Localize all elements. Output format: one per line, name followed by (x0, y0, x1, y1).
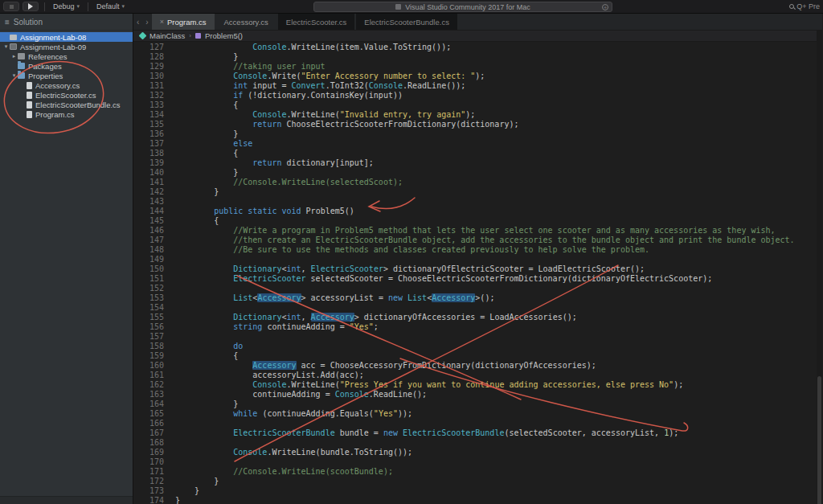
expander-icon[interactable]: ▾ (2, 43, 10, 50)
code-line[interactable]: 138 { (133, 149, 822, 158)
code-line[interactable]: 149 (133, 255, 822, 264)
code-line[interactable]: 144 public static void Problem5() (133, 207, 822, 216)
code-line[interactable]: 167 ElectricScooterBundle bundle = new E… (133, 428, 822, 438)
notification-icon[interactable]: + (602, 4, 608, 10)
line-number: 138 (133, 149, 169, 158)
code-line[interactable]: 136 } (133, 129, 822, 139)
tab-electricscooterbundle-cs[interactable]: ElectricScooterBundle.cs (356, 14, 457, 30)
code-line[interactable]: 163 continueAdding = Console.ReadLine(); (133, 390, 822, 400)
code-line[interactable]: 146 //Write a program in Problem5 method… (133, 226, 822, 236)
device-dropdown[interactable]: Default ▾ (94, 2, 127, 10)
tab-accessory-cs[interactable]: Accessory.cs (216, 14, 276, 30)
code-line[interactable]: 155 Dictionary<int, Accessory> dictionar… (133, 313, 822, 322)
tab-bar: ‹ › ×Program.csAccessory.csElectricScoot… (133, 14, 822, 31)
tree-item-accessory-cs[interactable]: Accessory.cs (0, 80, 133, 90)
solution-pad-header[interactable]: ≡ Solution (0, 14, 133, 31)
config-dropdown[interactable]: Debug ▾ (51, 2, 82, 10)
tree-item-electricscooter-cs[interactable]: ElectricScooter.cs (0, 90, 133, 100)
tree-item-assignment-lab-08[interactable]: Assignment-Lab-08 (0, 32, 133, 42)
expander-icon[interactable]: ▸ (10, 53, 18, 59)
tree-item-assignment-lab-09[interactable]: ▾Assignment-Lab-09 (0, 42, 133, 51)
code-line[interactable]: 161 accessoryList.Add(acc); (133, 371, 822, 380)
line-number: 140 (133, 168, 169, 178)
line-number: 147 (133, 236, 169, 245)
stop-button[interactable] (3, 2, 19, 11)
code-line[interactable]: 134 Console.WriteLine("Invalid entry, tr… (133, 110, 822, 120)
tree-item-properties[interactable]: ▾Properties (0, 71, 133, 80)
code-line[interactable]: 156 string continueAdding = "Yes"; (133, 322, 822, 332)
line-number: 151 (133, 274, 169, 284)
code-line[interactable]: 135 return ChooseElectricScooterFromDict… (133, 120, 822, 129)
line-number: 152 (133, 284, 169, 293)
tree-item-label: References (28, 52, 68, 61)
tab-electricscooter-cs[interactable]: ElectricScooter.cs (278, 14, 355, 30)
code-line[interactable]: 166 (133, 419, 822, 428)
expander-spacer (18, 83, 26, 88)
code-line[interactable]: 145 { (133, 216, 822, 226)
code-line[interactable]: 133 { (133, 100, 822, 110)
code-line[interactable]: 153 List<Accessory> accessoryList = new … (133, 293, 822, 303)
code-line[interactable]: 159 { (133, 351, 822, 361)
code-text: } (175, 52, 238, 62)
scrollbar-thumb[interactable] (817, 376, 821, 504)
code-editor[interactable]: 127 Console.WriteLine(item.Value.ToStrin… (133, 42, 822, 504)
stop-icon (10, 5, 14, 9)
code-text: //taking user input (175, 62, 326, 72)
code-line[interactable]: 168 (133, 438, 822, 448)
editor-scrollbar[interactable] (817, 31, 822, 504)
code-line[interactable]: 139 return dictionary[input]; (133, 158, 822, 168)
solution-pad-footer (0, 496, 133, 504)
code-line[interactable]: 130 Console.Write("Enter Accessory numbe… (133, 72, 822, 81)
code-line[interactable]: 142 } (133, 187, 822, 197)
code-line[interactable]: 154 (133, 303, 822, 313)
code-line[interactable]: 129 //taking user input (133, 62, 822, 72)
code-line[interactable]: 137 else (133, 139, 822, 149)
folder-icon (18, 63, 25, 69)
code-line[interactable]: 158 do (133, 342, 822, 351)
code-text: Console.Write("Enter Accessory number to… (175, 72, 485, 81)
expander-icon[interactable]: ▾ (10, 72, 18, 79)
line-number: 165 (133, 409, 169, 419)
code-line[interactable]: 148 //Be sure to use the methods and cla… (133, 245, 822, 255)
code-line[interactable]: 174} (133, 496, 822, 504)
code-line[interactable]: 172 } (133, 477, 822, 486)
breadcrumb-method[interactable]: Problem5() (205, 31, 243, 40)
code-line[interactable]: 127 Console.WriteLine(item.Value.ToStrin… (133, 43, 822, 52)
breadcrumb-class[interactable]: MainClass (149, 31, 185, 40)
tree-item-label: Packages (28, 62, 62, 71)
code-line[interactable]: 141 //Console.WriteLine(selectedScoot); (133, 178, 822, 187)
tree-item-electricscooterbundle-cs[interactable]: ElectricScooterBundle.cs (0, 100, 133, 109)
code-line[interactable]: 143 (133, 197, 822, 207)
tab-program-cs[interactable]: ×Program.cs (152, 14, 215, 30)
code-text: Console.WriteLine(bundle.ToString()); (175, 448, 412, 457)
line-number: 173 (133, 486, 169, 496)
code-line[interactable]: 150 Dictionary<int, ElectricScooter> dic… (133, 264, 822, 274)
tree-item-program-cs[interactable]: Program.cs (0, 109, 133, 119)
code-line[interactable]: 131 int input = Convert.ToInt32(Console.… (133, 81, 822, 91)
code-line[interactable]: 170 (133, 457, 822, 467)
global-search[interactable]: Q+ Pre (789, 2, 820, 10)
close-icon[interactable]: × (160, 18, 164, 26)
tab-nav-back-icon[interactable]: ‹ (133, 18, 142, 27)
code-line[interactable]: 169 Console.WriteLine(bundle.ToString())… (133, 448, 822, 457)
code-line[interactable]: 162 Console.WriteLine("Press Yes if you … (133, 380, 822, 390)
code-line[interactable]: 173 } (133, 486, 822, 496)
code-line[interactable]: 140 } (133, 168, 822, 178)
window-title: Visual Studio Community 2017 for Mac (405, 3, 530, 11)
code-line[interactable]: 164 } (133, 400, 822, 409)
code-line[interactable]: 147 //then create an ElectricScooterBund… (133, 236, 822, 245)
code-line[interactable]: 160 Accessory acc = ChooseAccessoryFromD… (133, 361, 822, 371)
code-line[interactable]: 132 if (!dictionary.ContainsKey(input)) (133, 91, 822, 100)
tree-item-packages[interactable]: Packages (0, 61, 133, 71)
code-line[interactable]: 171 //Console.WriteLine(scootBundle); (133, 467, 822, 477)
tree-item-references[interactable]: ▸References (0, 51, 133, 61)
tab-nav-forward-icon[interactable]: › (142, 18, 151, 27)
code-line[interactable]: 128 } (133, 52, 822, 62)
tree-item-label: Assignment-Lab-09 (20, 43, 86, 51)
code-line[interactable]: 165 while (continueAdding.Equals("Yes"))… (133, 409, 822, 419)
run-button[interactable] (23, 2, 39, 11)
tab-label: Program.cs (167, 18, 207, 27)
code-line[interactable]: 151 ElectricScooter selectedScooter = Ch… (133, 274, 822, 284)
code-line[interactable]: 157 (133, 332, 822, 342)
code-line[interactable]: 152 (133, 284, 822, 293)
